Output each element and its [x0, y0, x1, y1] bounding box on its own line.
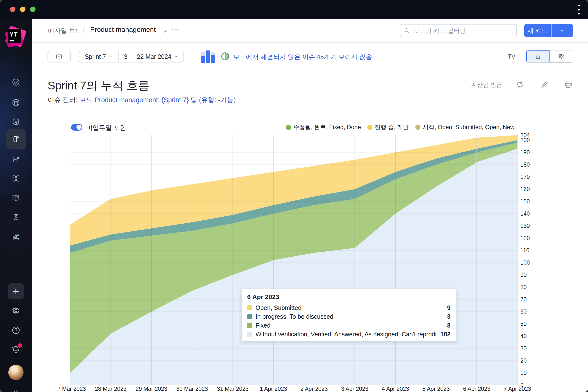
layers-icon	[12, 232, 20, 241]
close-window-button[interactable]	[10, 6, 16, 12]
legend-item[interactable]: 시작, Open, Submitted, Open, New	[415, 123, 514, 131]
y-tick-label: 50	[520, 321, 538, 327]
help-button[interactable]	[8, 322, 24, 338]
window-titlebar	[0, 0, 588, 19]
logo-text: YT	[10, 31, 18, 38]
kebab-menu-icon[interactable]	[576, 4, 582, 15]
lifebuoy-icon	[12, 98, 20, 107]
calculated-label: 계산됨 방금	[460, 81, 502, 89]
date-range-selector[interactable]: 3 — 22 Mar 2024	[118, 51, 184, 62]
date-range-label: 3 — 22 Mar 2024	[124, 53, 171, 60]
y-tick-label: 80	[520, 284, 538, 290]
column-chart-icon	[534, 53, 542, 60]
sprint-label: Sprint 7	[85, 53, 106, 60]
legend-item[interactable]: 진행 중, 개발	[367, 123, 409, 131]
sprint-selector[interactable]: Sprint 7	[80, 51, 118, 62]
tooltip-label: Fixed	[256, 322, 444, 329]
chevron-down-icon	[174, 54, 178, 59]
view-switcher	[526, 50, 573, 63]
user-avatar[interactable]	[8, 365, 24, 380]
x-tick-label: 3 Apr 2023	[334, 386, 376, 392]
new-card-button[interactable]: 새 카드	[524, 24, 551, 37]
double-chevron-right-icon	[12, 388, 20, 392]
tooltip-row: Without verification, Verified, Answered…	[247, 330, 450, 338]
book-icon	[12, 193, 20, 202]
x-tick-label: 29 Mar 2023	[130, 386, 172, 392]
breadcrumb-current[interactable]: Product management	[90, 26, 156, 34]
board-search	[400, 24, 517, 37]
search-input[interactable]	[413, 27, 513, 34]
y-tick-label: 100	[520, 260, 538, 266]
board-view-button[interactable]	[48, 51, 70, 62]
chart-mini-icon[interactable]	[201, 50, 215, 63]
tray-icon	[55, 53, 63, 60]
create-button[interactable]	[8, 283, 24, 300]
unresolved-issues-link[interactable]: 보드에서 해결되지 않은 이슈 45개가 보이지 않음	[233, 53, 372, 61]
y-tick-label: 110	[520, 247, 538, 254]
y-tick-label: 130	[520, 223, 538, 229]
sidebar-item-layers[interactable]	[6, 226, 26, 247]
x-tick-label: 31 Mar 2023	[212, 386, 254, 392]
sidebar-item-check-circle[interactable]	[6, 72, 26, 92]
legend-label: 시작, Open, Submitted, Open, New	[422, 123, 514, 131]
x-tick-label: 1 Apr 2023	[252, 386, 294, 392]
toggle-knob	[76, 125, 82, 130]
legend-item[interactable]: 수정됨, 완료, Fixed, Done	[286, 123, 361, 131]
board-settings-tab[interactable]	[550, 50, 573, 62]
legend-dot-icon	[286, 125, 291, 130]
breadcrumb-root[interactable]: 애자일 보드	[48, 26, 82, 35]
header-divider	[32, 42, 588, 43]
y-tick-label: 140	[520, 210, 538, 217]
print-button[interactable]	[564, 80, 573, 90]
legend-dot-icon	[367, 125, 372, 130]
hourglass-icon	[12, 213, 20, 222]
progress-circle-icon[interactable]	[221, 52, 229, 60]
tooltip-row: Open, Submitted9	[247, 303, 450, 312]
sidebar-item-lifebuoy[interactable]	[6, 92, 26, 113]
plus-icon	[12, 287, 20, 296]
tooltip-value: 3	[447, 313, 450, 320]
tooltip-swatch-icon	[247, 305, 252, 310]
cumulative-flow-chart[interactable]	[70, 135, 518, 385]
notifications-button[interactable]	[8, 341, 24, 358]
new-card-dropdown-button[interactable]	[552, 24, 573, 37]
search-icon	[404, 27, 410, 34]
edit-button[interactable]	[540, 80, 549, 90]
expand-sidebar-button[interactable]	[8, 386, 23, 392]
chart-tooltip: 6 Apr 2023 Open, Submitted9In progress, …	[242, 288, 456, 341]
refresh-icon	[516, 80, 524, 89]
x-tick-label: 27 Mar 2023	[59, 386, 91, 392]
y-tick-label: 200	[520, 137, 538, 144]
chart-view-tab[interactable]	[526, 50, 550, 62]
x-tick-label: 30 Mar 2023	[171, 386, 213, 392]
y-tick-label: 20	[520, 358, 538, 364]
tooltip-value: 8	[447, 322, 450, 329]
board-icon	[12, 135, 20, 144]
logo-square: YT	[8, 30, 21, 43]
y-tick-label: 170	[520, 174, 538, 180]
filter-link[interactable]: 보드 Product management: {Sprint 7} 및 (유형:…	[80, 96, 236, 104]
x-tick-label: 4 Apr 2023	[374, 386, 416, 392]
sidebar-item-board[interactable]	[6, 129, 26, 150]
y-tick-label: 90	[520, 272, 538, 278]
sidebar-item-trend[interactable]	[6, 149, 26, 170]
youtrack-logo[interactable]: YT	[6, 27, 26, 48]
question-icon	[11, 326, 20, 335]
issue-filter-line: 이슈 필터: 보드 Product management: {Sprint 7}…	[48, 96, 236, 104]
chart-legend: 수정됨, 완료, Fixed, Done진행 중, 개발시작, Open, Su…	[286, 123, 514, 131]
refresh-button[interactable]	[516, 80, 525, 90]
settings-button[interactable]	[8, 302, 24, 319]
sidebar-item-grid[interactable]	[6, 168, 26, 189]
include-non-working-days-toggle[interactable]	[71, 124, 82, 130]
sidebar-item-hourglass[interactable]	[6, 207, 26, 227]
chevron-down-icon	[560, 28, 565, 33]
x-tick-label: 7 Apr 2023	[496, 386, 535, 392]
filter-label: 이슈 필터:	[48, 96, 80, 104]
breadcrumb-more-icon[interactable]: ⋯	[172, 24, 179, 33]
minimize-window-button[interactable]	[20, 6, 26, 12]
chevron-down-icon[interactable]	[162, 28, 168, 36]
tooltip-label: Open, Submitted	[256, 304, 444, 312]
y-tick-label: 40	[520, 333, 538, 340]
maximize-window-button[interactable]	[30, 6, 36, 12]
sidebar-item-book[interactable]	[6, 188, 26, 208]
